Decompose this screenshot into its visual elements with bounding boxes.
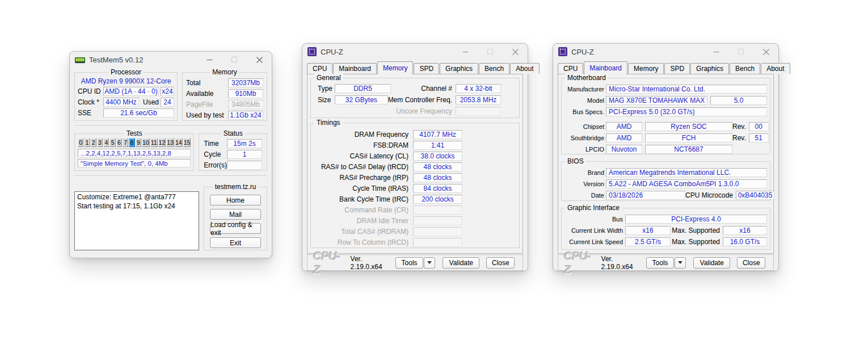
close-button[interactable]	[753, 44, 778, 60]
test-cell[interactable]: 15	[183, 138, 191, 147]
fsb-dram-field: 1:41	[413, 141, 462, 150]
bios-date-label: Date	[564, 192, 604, 199]
test-cell[interactable]: 1	[84, 138, 90, 147]
command-rate-field	[413, 206, 462, 215]
test-cell[interactable]: 7	[123, 138, 128, 147]
close-window-button[interactable]: Close	[737, 257, 765, 269]
home-button[interactable]: Home	[210, 195, 261, 206]
test-cell[interactable]: 4	[103, 138, 109, 147]
timings-group: Timings DRAM Frequency4107.7 MHz FSB:DRA…	[310, 123, 520, 248]
tab-memory[interactable]: Memory	[628, 63, 664, 74]
pagefile-label: PageFile	[186, 100, 213, 108]
bios-brand-field: American Megatrends International LLC.	[606, 168, 767, 177]
trc-field: 200 clocks	[413, 195, 462, 204]
test-cell[interactable]: 3	[97, 138, 103, 147]
total-label: Total	[186, 79, 200, 87]
chipset-rev-label: Rev.	[732, 123, 746, 131]
close-button[interactable]	[247, 52, 272, 68]
maximize-button[interactable]	[728, 44, 753, 60]
test-cell-active[interactable]: 8	[129, 138, 134, 147]
test-cell[interactable]: 6	[116, 138, 122, 147]
tab-spd[interactable]: SPD	[414, 63, 439, 74]
cpu-microcode-label: CPU Microcode	[685, 191, 733, 199]
maximize-icon	[231, 57, 237, 62]
test-cell[interactable]: 11	[150, 138, 158, 147]
maximize-button[interactable]	[478, 44, 503, 60]
test-cell[interactable]: 5	[109, 138, 115, 147]
test-cell[interactable]: 12	[158, 138, 166, 147]
tab-cpu[interactable]: CPU	[307, 63, 332, 74]
log-output: Customize: Extreme1 @anta777 Start testi…	[74, 191, 199, 250]
trc-label: Bank Cycle Time (tRC)	[311, 195, 413, 203]
test-cell[interactable]: 14	[175, 138, 183, 147]
minimize-icon	[713, 49, 719, 55]
tools-button[interactable]: Tools	[646, 257, 675, 269]
tab-cpu[interactable]: CPU	[558, 63, 583, 74]
cpuz-titlebar[interactable]: CPU-Z	[553, 44, 778, 60]
used-label: Used	[143, 98, 159, 106]
tab-mainboard[interactable]: Mainboard	[333, 63, 377, 74]
tab-bench[interactable]: Bench	[479, 63, 509, 74]
window-title: CPU-Z	[571, 48, 594, 56]
memory-row: PageFile 34805Mb	[186, 100, 263, 109]
tab-spd[interactable]: SPD	[664, 63, 690, 74]
load-config-exit-button[interactable]: Load config & exit	[210, 223, 261, 234]
link-width-label: Current Link Width	[564, 227, 623, 234]
mem-controller-label: Mem Controller Freq.	[388, 96, 452, 104]
tab-about[interactable]: About	[510, 63, 539, 74]
cpuz-titlebar[interactable]: CPU-Z	[302, 44, 528, 60]
lpcio-label: LPCIO	[564, 146, 604, 153]
tab-about[interactable]: About	[761, 63, 790, 74]
southbridge-rev-label: Rev.	[732, 134, 746, 142]
memory-row: Total 32037Mb	[186, 78, 263, 87]
southbridge-rev-field: 51	[749, 133, 769, 143]
trcd-field: 48 clocks	[413, 162, 462, 171]
link-width-field: x16	[625, 226, 671, 235]
tab-mainboard[interactable]: Mainboard	[584, 61, 627, 74]
testmem5-titlebar[interactable]: TestMem5 v0.12	[70, 52, 272, 68]
maximize-button[interactable]	[222, 52, 247, 68]
errors-label: Error(s)	[204, 161, 227, 169]
mail-button[interactable]: Mail	[210, 209, 261, 220]
test-cell[interactable]: 10	[142, 138, 150, 147]
tests-group: Tests 0 1 2 3 4 5 6 7 8 9 10 11 12 13 14…	[74, 133, 194, 171]
testmem5-window: TestMem5 v0.12 Processor AMD Ryzen 9 990…	[69, 51, 272, 258]
exit-button[interactable]: Exit	[210, 237, 261, 248]
close-button[interactable]	[503, 44, 528, 60]
processor-group-label: Processor	[108, 68, 144, 76]
cycle-field: 1	[227, 150, 262, 159]
maximize-icon	[738, 49, 744, 55]
tab-bar: CPU Mainboard Memory SPD Graphics Bench …	[558, 61, 774, 74]
minimize-button[interactable]	[453, 44, 478, 60]
command-rate-label: Command Rate (CR)	[311, 206, 413, 214]
tab-graphics[interactable]: Graphics	[440, 63, 478, 74]
link-speed-label: Current Link Speed	[564, 238, 623, 245]
minimize-button[interactable]	[703, 44, 728, 60]
validate-button[interactable]: Validate	[443, 257, 479, 269]
validate-button[interactable]: Validate	[693, 257, 730, 269]
chipset-rev-field: 00	[749, 122, 769, 131]
motherboard-group: Motherboard Manufacturer Micro-Star Inte…	[561, 78, 770, 154]
close-window-button[interactable]: Close	[486, 257, 515, 269]
errors-field	[227, 161, 262, 170]
link-speed-max-field: 16.0 GT/s	[723, 237, 767, 246]
test-cell[interactable]: 0	[78, 138, 83, 147]
window-title: TestMem5 v0.12	[89, 56, 143, 64]
tab-bench[interactable]: Bench	[730, 63, 760, 74]
log-line: Customize: Extreme1 @anta777	[77, 193, 196, 202]
channel-label: Channel #	[421, 85, 452, 93]
test-cell[interactable]: 13	[166, 138, 174, 147]
test-cell[interactable]: 2	[91, 138, 96, 147]
tab-memory[interactable]: Memory	[377, 61, 413, 74]
test-cell[interactable]: 9	[136, 138, 141, 147]
site-group-label: testmem.tz.ru	[213, 183, 259, 191]
site-links-group: testmem.tz.ru Home Mail Load config & ex…	[204, 187, 267, 250]
close-icon	[763, 49, 769, 55]
tools-dropdown-button[interactable]	[424, 257, 435, 269]
used-field: 24	[161, 98, 174, 107]
minimize-button[interactable]	[197, 52, 222, 68]
tools-button[interactable]: Tools	[395, 257, 424, 269]
dropdown-arrow-icon	[427, 261, 432, 264]
tab-graphics[interactable]: Graphics	[690, 63, 729, 74]
tools-dropdown-button[interactable]	[675, 257, 686, 269]
